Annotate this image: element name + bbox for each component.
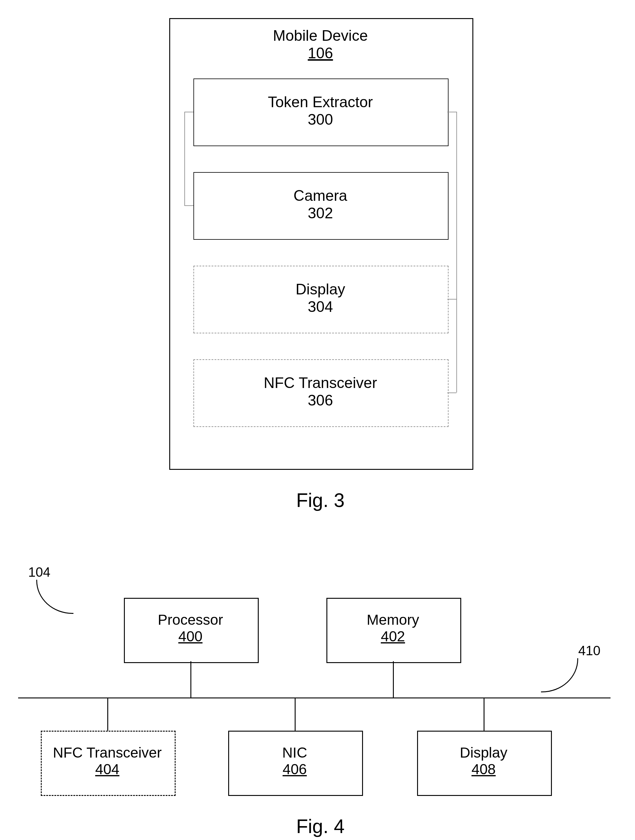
fig3-caption: Fig. 3 <box>169 489 472 512</box>
fig4-bot0-name: NFC Transceiver <box>53 745 162 761</box>
fig4-pointer-104: 104 <box>21 565 57 580</box>
fig4-drop-memory <box>393 661 394 698</box>
fig4-bot2-name: Display <box>460 745 507 761</box>
fig4-bot0-ref: 404 <box>95 761 119 777</box>
fig4-caption: Fig. 4 <box>169 815 472 838</box>
fig4-top0-name: Processor <box>158 612 223 628</box>
fig4-leader-104 <box>36 580 73 614</box>
fig4-rise-nic <box>295 698 296 731</box>
fig4-drop-processor <box>190 661 191 698</box>
page-canvas: Mobile Device 106 Token Extractor 300 Ca… <box>0 0 635 840</box>
fig3-title-ref: 106 <box>308 45 333 62</box>
fig4-memory-labels: Memory 402 <box>326 611 459 645</box>
fig3-left-bracket-bot <box>184 205 193 206</box>
fig4-nfc-labels: NFC Transceiver 404 <box>41 744 174 777</box>
fig3-right-bracket-3 <box>447 393 456 393</box>
fig4-bot2-ref: 408 <box>472 761 496 777</box>
fig4-display-labels: Display 408 <box>417 744 550 777</box>
fig4-bot1-ref: 406 <box>283 761 307 777</box>
fig3-box1-name: Camera <box>293 187 347 204</box>
fig3-right-bracket-v <box>456 112 457 393</box>
fig3-box0-name: Token Extractor <box>268 93 373 111</box>
fig3-box2-ref: 304 <box>308 298 333 315</box>
fig4-top1-ref: 402 <box>381 628 405 644</box>
fig4-processor-labels: Processor 400 <box>124 611 257 645</box>
fig4-pointer-410: 410 <box>571 643 608 658</box>
fig3-title: Mobile Device <box>273 27 368 44</box>
fig3-left-bracket-top <box>184 112 193 112</box>
fig4-leader-410 <box>541 658 578 692</box>
fig3-title-block: Mobile Device 106 <box>169 27 472 62</box>
fig3-box3-ref: 306 <box>308 392 333 409</box>
fig3-box1-ref: 302 <box>308 205 333 222</box>
fig3-display-labels: Display 304 <box>193 281 447 316</box>
fig4-bot1-name: NIC <box>282 745 307 761</box>
fig3-box0-ref: 300 <box>308 111 333 128</box>
fig3-right-bracket-1 <box>447 112 456 112</box>
fig3-token-extractor-labels: Token Extractor 300 <box>193 93 447 128</box>
fig4-top1-name: Memory <box>367 612 419 628</box>
fig4-rise-nfc <box>107 698 108 731</box>
fig3-box3-name: NFC Transceiver <box>264 374 377 391</box>
fig3-right-bracket-2 <box>447 299 456 300</box>
fig3-nfc-labels: NFC Transceiver 306 <box>193 374 447 409</box>
fig4-rise-display <box>484 698 485 731</box>
fig4-top0-ref: 400 <box>178 628 203 644</box>
fig4-bus-line <box>18 698 611 698</box>
fig3-camera-labels: Camera 302 <box>193 187 447 222</box>
fig3-box2-name: Display <box>296 281 345 298</box>
fig4-nic-labels: NIC 406 <box>228 744 361 777</box>
fig3-left-bracket-v <box>184 112 185 205</box>
